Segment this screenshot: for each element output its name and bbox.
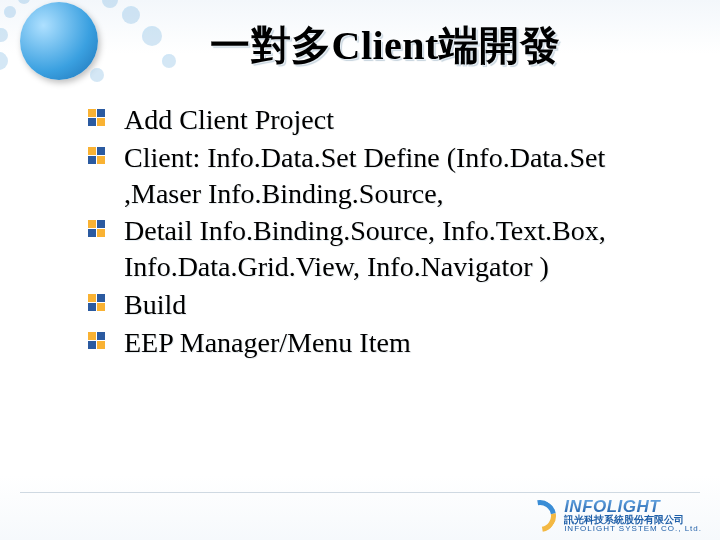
bullet-icon [88,220,105,237]
dot-icon [0,28,8,42]
dot-icon [102,0,118,8]
list-item: Add Client Project [88,102,678,138]
decorative-burst [0,0,210,100]
slide: 一對多Client端開發 Add Client Project Client: … [0,0,720,540]
divider [20,492,700,493]
brand-en: INFOLIGHT SYSTEM CO., Ltd. [564,525,702,533]
list-item-text: Detail Info.Binding.Source, Info.Text.Bo… [124,215,606,282]
dot-icon [142,26,162,46]
list-item-text: EEP Manager/Menu Item [124,327,411,358]
list-item-text: Add Client Project [124,104,334,135]
dot-icon [90,68,104,82]
list-item: Build [88,287,678,323]
orb-icon [20,2,98,80]
bullet-list: Add Client Project Client: Info.Data.Set… [88,102,678,363]
swirl-icon [524,500,556,532]
dot-icon [18,0,30,4]
slide-title: 一對多Client端開發 [210,18,690,73]
list-item: Detail Info.Binding.Source, Info.Text.Bo… [88,213,678,285]
brand-logo: INFOLIGHT 訊光科技系統股份有限公司 INFOLIGHT SYSTEM … [524,498,702,533]
list-item: Client: Info.Data.Set Define (Info.Data.… [88,140,678,212]
bullet-icon [88,332,105,349]
bullet-icon [88,147,105,164]
brand-latin: INFOLIGHT [564,498,702,515]
list-item-text: Client: Info.Data.Set Define (Info.Data.… [124,142,605,209]
dot-icon [162,54,176,68]
brand-text: INFOLIGHT 訊光科技系統股份有限公司 INFOLIGHT SYSTEM … [564,498,702,533]
dot-icon [122,6,140,24]
dot-icon [4,6,16,18]
footer: INFOLIGHT 訊光科技系統股份有限公司 INFOLIGHT SYSTEM … [0,492,720,540]
bullet-icon [88,294,105,311]
dot-icon [0,52,8,70]
list-item: EEP Manager/Menu Item [88,325,678,361]
list-item-text: Build [124,289,186,320]
bullet-icon [88,109,105,126]
